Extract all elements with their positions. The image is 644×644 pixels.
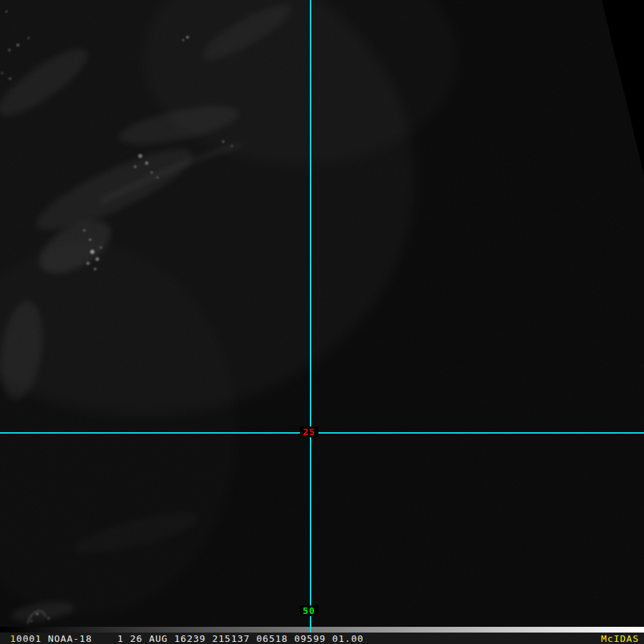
status-bar: 10001 NOAA-18 1 26 AUG 16239 215137 0651… xyxy=(0,633,644,644)
noise-layer xyxy=(0,0,644,627)
satellite-image-canvas[interactable] xyxy=(0,0,644,627)
frame-number: 1 xyxy=(10,633,16,644)
grayscale-enhancement-bar xyxy=(0,627,644,633)
crosshair-vertical-line xyxy=(310,0,311,633)
image-info-text: 0001 NOAA-18 1 26 AUG 16239 215137 06518… xyxy=(16,633,364,644)
mcidas-viewer-window: 25 50 10001 NOAA-18 1 26 AUG 16239 21513… xyxy=(0,0,644,644)
crosshair-horizontal-line xyxy=(0,432,644,434)
mcidas-brand-label: McIDAS xyxy=(601,633,639,644)
vertical-line-value-label: 50 xyxy=(300,605,318,616)
crosshair-value-label: 25 xyxy=(300,426,318,437)
